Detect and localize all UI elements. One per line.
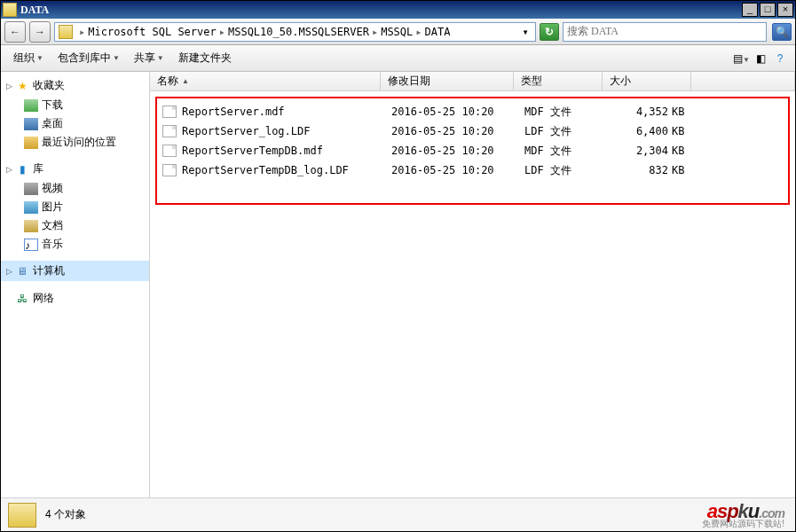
status-count: 4 个对象 [45,507,86,522]
video-icon [24,183,38,195]
breadcrumb-item[interactable]: DATA [425,26,451,38]
breadcrumb-item[interactable]: Microsoft SQL Server [88,26,217,38]
file-row[interactable]: ReportServerTempDB.mdf2016-05-25 10:20MD… [157,141,788,160]
refresh-button[interactable]: ↻ [540,23,559,41]
sidebar-computer[interactable]: ▷🖥计算机 [1,261,149,281]
watermark: aspku.com 免费网站源码下载站! [702,506,784,529]
music-icon: ♪ [24,239,38,251]
search-button[interactable]: 🔍 [772,23,792,41]
column-header-row: 名称▲ 修改日期 类型 大小 [150,72,795,91]
breadcrumb-sep: ▸ [219,26,225,38]
sidebar-item-desktop[interactable]: 桌面 [1,114,149,133]
include-menu[interactable]: 包含到库中▼ [52,47,125,69]
help-button[interactable]: ? [772,51,788,66]
column-size[interactable]: 大小 [603,72,691,90]
desktop-icon [24,118,38,130]
status-bar: 4 个对象 aspku.com 免费网站源码下载站! [1,497,795,531]
breadcrumb-sep: ▸ [79,26,85,38]
view-options-button[interactable]: ▤▼ [733,51,749,66]
column-type[interactable]: 类型 [514,72,603,90]
file-row[interactable]: ReportServer_log.LDF2016-05-25 10:20LDF … [157,121,788,141]
file-list-pane: 名称▲ 修改日期 类型 大小 ReportServer.mdf2016-05-2… [150,72,795,497]
window-buttons: _ □ × [742,3,793,17]
recent-icon [24,137,38,149]
library-icon: ▮ [15,162,29,176]
content-area: ▷★收藏夹 下载 桌面 最近访问的位置 ▷▮库 视频 图片 文档 ♪音乐 ▷🖥计… [1,72,795,497]
file-row[interactable]: ReportServer.mdf2016-05-25 10:20MDF 文件4,… [157,102,788,121]
network-icon: 🖧 [15,292,29,306]
column-date[interactable]: 修改日期 [381,72,514,90]
computer-icon: 🖥 [15,264,29,278]
sidebar-item-pictures[interactable]: 图片 [1,198,149,216]
preview-pane-button[interactable]: ◧ [753,51,768,66]
sidebar-item-music[interactable]: ♪音乐 [1,235,149,254]
newfolder-button[interactable]: 新建文件夹 [173,47,237,69]
document-icon [24,220,38,232]
picture-icon [24,201,38,214]
breadcrumb-item[interactable]: MSSQL10_50.MSSQLSERVER [228,26,369,38]
breadcrumb-sep: ▸ [372,26,378,38]
breadcrumb-sep: ▸ [415,26,422,38]
breadcrumb-item[interactable]: MSSQL [381,26,413,38]
share-menu[interactable]: 共享▼ [129,47,169,69]
column-name[interactable]: 名称▲ [150,72,381,90]
breadcrumb[interactable]: ▸ Microsoft SQL Server ▸ MSSQL10_50.MSSQ… [54,22,536,42]
window-title: DATA [20,4,742,17]
file-icon [162,164,177,176]
maximize-button[interactable]: □ [760,3,776,17]
nav-sidebar: ▷★收藏夹 下载 桌面 最近访问的位置 ▷▮库 视频 图片 文档 ♪音乐 ▷🖥计… [1,72,150,497]
back-button[interactable]: ← [4,21,26,43]
folder-icon [3,3,17,17]
search-input[interactable] [564,23,766,41]
minimize-button[interactable]: _ [742,3,758,17]
close-button[interactable]: × [777,3,793,17]
sidebar-favorites[interactable]: ▷★收藏夹 [1,75,149,96]
file-icon [162,106,177,118]
organize-menu[interactable]: 组织▼ [8,47,49,69]
titlebar: DATA _ □ × [1,1,795,19]
folder-icon [8,503,36,528]
download-icon [24,99,38,112]
file-row[interactable]: ReportServerTempDB_log.LDF2016-05-25 10:… [157,160,788,180]
folder-icon [59,25,73,39]
file-list: ReportServer.mdf2016-05-25 10:20MDF 文件4,… [155,97,790,205]
column-spacer [691,72,795,90]
search-field[interactable] [563,22,767,42]
star-icon: ★ [15,79,29,93]
sidebar-libraries[interactable]: ▷▮库 [1,159,149,179]
sidebar-item-videos[interactable]: 视频 [1,179,149,198]
sidebar-item-recent[interactable]: 最近访问的位置 [1,133,149,152]
file-icon [162,125,177,137]
sidebar-item-downloads[interactable]: 下载 [1,96,149,114]
toolbar: 组织▼ 包含到库中▼ 共享▼ 新建文件夹 ▤▼ ◧ ? [1,45,795,72]
address-bar: ← → ▸ Microsoft SQL Server ▸ MSSQL10_50.… [1,19,795,45]
sidebar-item-documents[interactable]: 文档 [1,216,149,235]
file-icon [162,145,177,157]
sidebar-network[interactable]: 🖧网络 [1,288,149,309]
forward-button[interactable]: → [29,21,51,43]
address-dropdown[interactable]: ▾ [519,26,532,38]
